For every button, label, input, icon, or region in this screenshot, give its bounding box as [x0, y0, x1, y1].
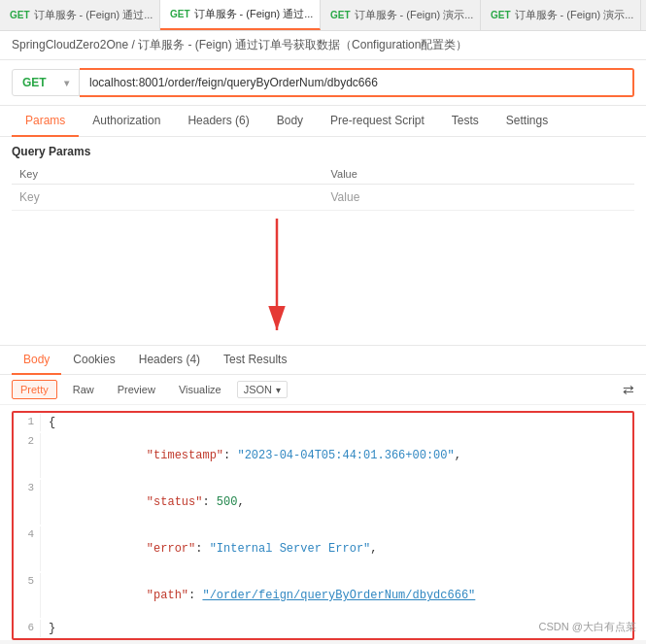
- tab-0-label: 订单服务 - (Feign) 通过...: [34, 8, 153, 22]
- request-tabs-nav: Params Authorization Headers (6) Body Pr…: [0, 106, 646, 137]
- col-value-header: Value: [323, 164, 635, 185]
- line-content-5: "path": "​/order/feign/queryByOrderNum/d…: [49, 573, 632, 618]
- line-num-2: 2: [14, 433, 41, 478]
- url-input[interactable]: [80, 70, 632, 95]
- params-section: Query Params Key Value Key Value: [0, 137, 646, 219]
- line-num-4: 4: [14, 526, 41, 571]
- key-placeholder[interactable]: Key: [12, 185, 323, 211]
- line-num-3: 3: [14, 480, 41, 525]
- breadcrumb: SpringCloudZero2One / 订单服务 - (Feign) 通过订…: [0, 31, 646, 60]
- value-placeholder[interactable]: Value: [323, 185, 635, 211]
- tab-1-label: 订单服务 - (Feign) 通过...: [194, 7, 314, 21]
- line-content-2: "timestamp": "2023-04-04T05:44:01.366+00…: [49, 433, 632, 478]
- tab-body[interactable]: Body: [263, 106, 317, 137]
- breadcrumb-text: SpringCloudZero2One / 订单服务 - (Feign) 通过订…: [12, 38, 467, 51]
- line-num-5: 5: [14, 573, 41, 618]
- tab-3[interactable]: GET 订单服务 - (Feign) 演示...: [481, 0, 641, 30]
- code-line-5: 5 "path": "​/order/feign/queryByOrderNum…: [14, 572, 632, 619]
- line-content-1: {: [49, 414, 632, 431]
- code-line-4: 4 "error": "Internal Server Error",: [14, 525, 632, 572]
- tab-2-label: 订单服务 - (Feign) 演示...: [355, 8, 474, 22]
- format-bar: Pretty Raw Preview Visualize JSON ▾ ⇄: [0, 375, 646, 405]
- tab-1[interactable]: GET 订单服务 - (Feign) 通过...: [160, 0, 321, 30]
- response-tabs-nav: Body Cookies Headers (4) Test Results: [0, 346, 646, 375]
- method-label: GET: [22, 76, 47, 89]
- watermark: CSDN @大白有点菜: [539, 620, 636, 634]
- tab-2[interactable]: GET 订单服务 - (Feign) 演示...: [321, 0, 481, 30]
- resp-tab-headers[interactable]: Headers (4): [127, 346, 212, 375]
- annotation-area: [0, 219, 646, 345]
- main-container: GET 订单服务 - (Feign) 通过... GET 订单服务 - (Fei…: [0, 0, 646, 640]
- tab-3-method: GET: [491, 10, 511, 20]
- code-line-3: 3 "status": 500,: [14, 479, 632, 525]
- response-section: Body Cookies Headers (4) Test Results Pr…: [0, 345, 646, 640]
- fmt-preview[interactable]: Preview: [110, 381, 163, 398]
- tab-0-method: GET: [10, 10, 30, 20]
- resp-tab-cookies[interactable]: Cookies: [61, 346, 126, 375]
- line-content-4: "error": "Internal Server Error",: [49, 526, 632, 571]
- url-bar: GET ▾: [0, 60, 646, 106]
- json-format-arrow: ▾: [276, 385, 281, 395]
- method-select[interactable]: GET ▾: [12, 69, 80, 96]
- tab-params[interactable]: Params: [12, 106, 79, 137]
- fmt-visualize[interactable]: Visualize: [171, 381, 229, 398]
- line-num-6: 6: [14, 620, 41, 637]
- col-key-header: Key: [12, 164, 323, 185]
- line-num-1: 1: [14, 414, 41, 431]
- fmt-pretty[interactable]: Pretty: [12, 380, 57, 399]
- fmt-raw[interactable]: Raw: [65, 381, 102, 398]
- tab-authorization[interactable]: Authorization: [79, 106, 174, 137]
- table-row-placeholder: Key Value: [12, 185, 634, 211]
- wrap-icon[interactable]: ⇄: [623, 382, 634, 397]
- code-line-2: 2 "timestamp": "2023-04-04T05:44:01.366+…: [14, 432, 632, 479]
- json-format-select[interactable]: JSON ▾: [237, 381, 288, 398]
- tab-headers[interactable]: Headers (6): [174, 106, 262, 137]
- url-input-wrapper: [80, 68, 634, 97]
- tab-bar: GET 订单服务 - (Feign) 通过... GET 订单服务 - (Fei…: [0, 0, 646, 31]
- tab-0[interactable]: GET 订单服务 - (Feign) 通过...: [0, 0, 160, 30]
- resp-tab-body[interactable]: Body: [12, 346, 61, 375]
- method-dropdown-icon: ▾: [64, 78, 69, 88]
- line-content-3: "status": 500,: [49, 480, 632, 525]
- response-code-block: 1 { 2 "timestamp": "2023-04-04T05:44:01.…: [12, 411, 634, 640]
- json-format-label: JSON: [244, 384, 272, 395]
- tab-tests[interactable]: Tests: [438, 106, 493, 137]
- params-table: Key Value Key Value: [12, 164, 634, 211]
- tab-3-label: 订单服务 - (Feign) 演示...: [515, 8, 634, 22]
- red-arrow-svg: [0, 219, 646, 345]
- code-line-1: 1 {: [14, 413, 632, 432]
- tab-pre-request[interactable]: Pre-request Script: [317, 106, 438, 137]
- tab-1-method: GET: [170, 9, 190, 19]
- resp-tab-test-results[interactable]: Test Results: [212, 346, 298, 375]
- query-params-title: Query Params: [12, 145, 634, 158]
- tab-settings[interactable]: Settings: [493, 106, 561, 137]
- tab-2-method: GET: [330, 10, 351, 20]
